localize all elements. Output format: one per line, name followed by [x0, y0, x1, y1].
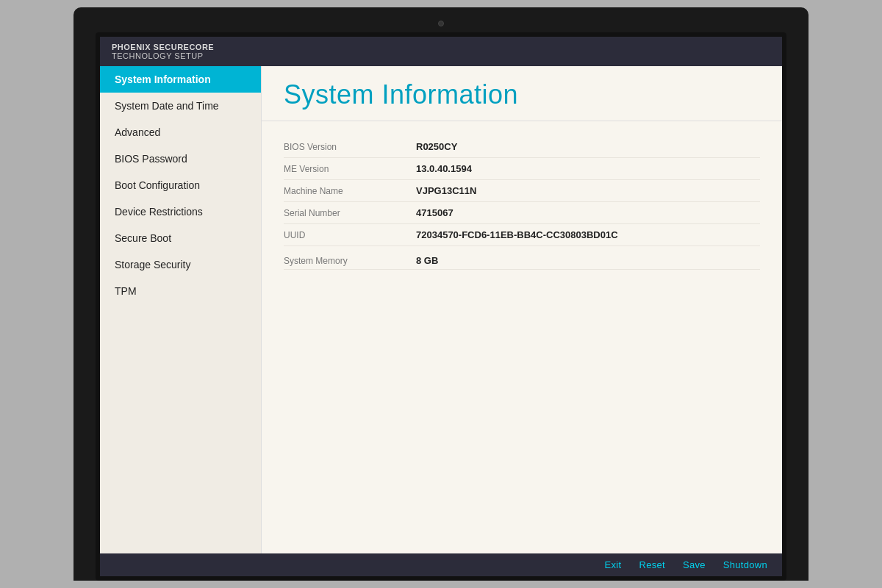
info-row-serial-number: Serial Number 4715067 — [284, 202, 760, 224]
reset-button[interactable]: Reset — [639, 559, 664, 570]
bios-body: System Information System Date and Time … — [100, 66, 782, 553]
vendor-line2: TECHNOLOGY SETUP — [112, 51, 770, 60]
value-me-version: 13.0.40.1594 — [416, 163, 472, 174]
save-button[interactable]: Save — [683, 559, 706, 570]
info-row-system-memory: System Memory 8 GB — [284, 246, 760, 270]
bios-screen: PHOENIX SECURECORE TECHNOLOGY SETUP Syst… — [100, 37, 782, 576]
sidebar: System Information System Date and Time … — [100, 66, 262, 553]
value-system-memory: 8 GB — [416, 255, 438, 266]
sidebar-item-tpm[interactable]: TPM — [100, 278, 261, 304]
laptop-outer: PHOENIX SECURECORE TECHNOLOGY SETUP Syst… — [74, 7, 808, 581]
sidebar-item-secure-boot[interactable]: Secure Boot — [100, 225, 261, 251]
label-me-version: ME Version — [284, 164, 416, 174]
info-table: BIOS Version R0250CY ME Version 13.0.40.… — [262, 121, 782, 553]
info-row-machine-name: Machine Name VJPG13C11N — [284, 180, 760, 202]
sidebar-item-system-date-time[interactable]: System Date and Time — [100, 93, 261, 119]
label-uuid: UUID — [284, 230, 416, 240]
exit-button[interactable]: Exit — [605, 559, 622, 570]
main-content: System Information BIOS Version R0250CY … — [262, 66, 782, 553]
sidebar-item-bios-password[interactable]: BIOS Password — [100, 146, 261, 172]
screen-bezel: PHOENIX SECURECORE TECHNOLOGY SETUP Syst… — [96, 32, 786, 581]
value-uuid: 72034570-FCD6-11EB-BB4C-CC30803BD01C — [416, 229, 618, 240]
sidebar-item-storage-security[interactable]: Storage Security — [100, 251, 261, 278]
vendor-line1: PHOENIX SECURECORE — [112, 43, 770, 51]
info-row-uuid: UUID 72034570-FCD6-11EB-BB4C-CC30803BD01… — [284, 224, 760, 246]
shutdown-button[interactable]: Shutdown — [723, 559, 767, 570]
value-bios-version: R0250CY — [416, 141, 457, 152]
camera-bar — [96, 21, 786, 26]
label-bios-version: BIOS Version — [284, 142, 416, 152]
bios-footer: Exit Reset Save Shutdown — [100, 553, 782, 576]
info-row-me-version: ME Version 13.0.40.1594 — [284, 158, 760, 180]
webcam-dot — [438, 21, 444, 26]
value-machine-name: VJPG13C11N — [416, 185, 476, 196]
sidebar-item-system-information[interactable]: System Information — [100, 66, 261, 93]
sidebar-item-boot-configuration[interactable]: Boot Configuration — [100, 172, 261, 198]
sidebar-item-advanced[interactable]: Advanced — [100, 119, 261, 146]
sidebar-item-device-restrictions[interactable]: Device Restrictions — [100, 198, 261, 225]
bios-header: PHOENIX SECURECORE TECHNOLOGY SETUP — [100, 37, 782, 66]
value-serial-number: 4715067 — [416, 207, 453, 218]
page-title: System Information — [262, 66, 782, 121]
label-system-memory: System Memory — [284, 256, 416, 266]
label-serial-number: Serial Number — [284, 208, 416, 218]
label-machine-name: Machine Name — [284, 186, 416, 196]
info-row-bios-version: BIOS Version R0250CY — [284, 136, 760, 158]
